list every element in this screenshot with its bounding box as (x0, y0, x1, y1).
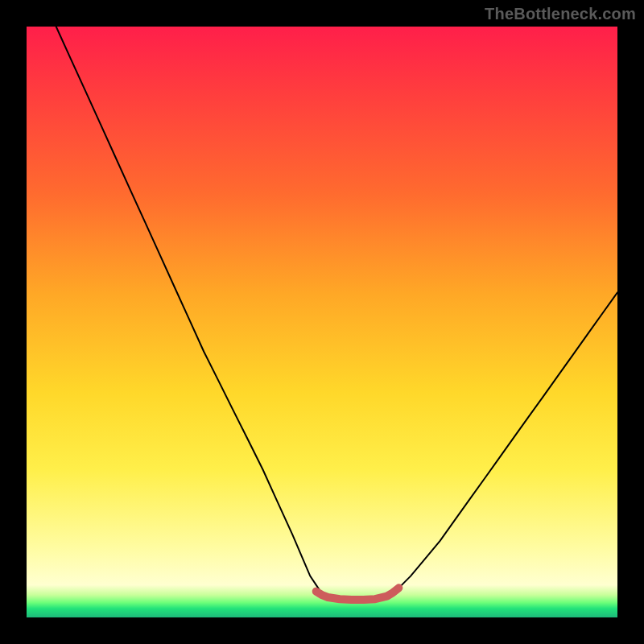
bottom-marker (316, 588, 399, 600)
plot-area (27, 27, 617, 617)
watermark-text: TheBottleneck.com (485, 5, 636, 23)
chart-frame: TheBottleneck.com (0, 0, 644, 644)
curve-layer (27, 27, 617, 617)
bottleneck-curve (56, 27, 617, 600)
